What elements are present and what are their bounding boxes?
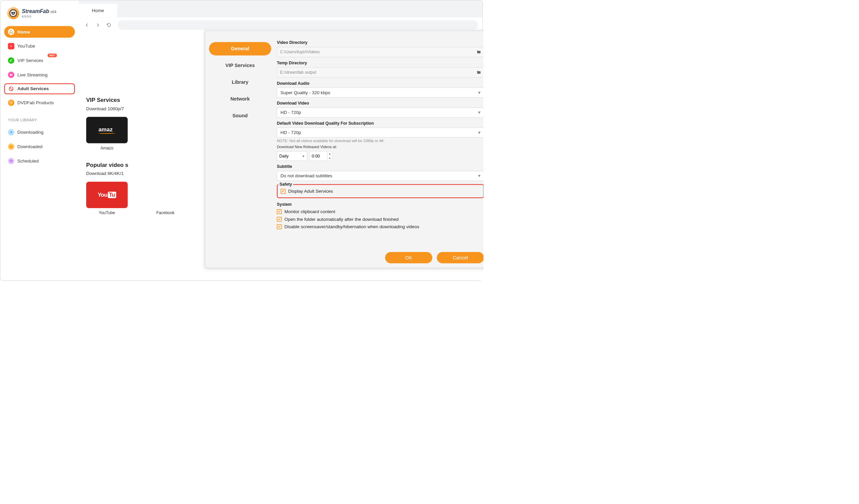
chevron-down-icon: ▾	[478, 110, 481, 115]
video-dir-input[interactable]: C:\Users\luyin\Videos	[277, 47, 483, 57]
sidebar-item-vip-services[interactable]: VIP Services HOT	[4, 55, 75, 66]
chevron-down-icon: ▾	[302, 153, 304, 158]
settings-nav-network[interactable]: Network	[209, 92, 271, 106]
svg-point-8	[10, 10, 17, 17]
brand-arch: x64	[50, 10, 56, 14]
sidebar-item-downloaded[interactable]: Downloaded	[4, 141, 75, 152]
settings-nav-vip[interactable]: VIP Services	[209, 59, 271, 72]
new-release-freq-select[interactable]: Daily▾	[277, 151, 307, 161]
quality-note: NOTE: Not all videos available for downl…	[277, 138, 483, 143]
back-button[interactable]	[83, 21, 91, 29]
dialog-footer: OK Cancel	[385, 252, 483, 263]
adult-block-icon	[8, 86, 14, 92]
sidebar-item-label: VIP Services	[17, 58, 43, 63]
service-card-amazon[interactable]: amaz Amazo	[86, 117, 128, 151]
camera-icon	[8, 72, 14, 78]
sidebar-item-scheduled[interactable]: Scheduled	[4, 155, 75, 167]
youtube-icon	[8, 43, 14, 49]
subtitle-label: Subtitle	[277, 164, 483, 169]
sidebar-item-dvdfab[interactable]: DVDFab Products	[4, 97, 75, 109]
cancel-button[interactable]: Cancel	[437, 252, 483, 263]
temp-dir-label: Temp Directory	[277, 61, 483, 66]
safety-group-label: Safety	[278, 182, 293, 187]
hot-badge: HOT	[48, 54, 57, 57]
sidebar-item-downloading[interactable]: Downloading	[4, 126, 75, 138]
temp-dir-input[interactable]: E:/streamfab output	[277, 67, 483, 77]
disable-screensaver-checkbox[interactable]: ✔Disable screensaver/standby/hibernation…	[277, 224, 483, 230]
settings-nav-general[interactable]: General	[209, 42, 271, 55]
brand-version: 6.0.0.0	[22, 15, 56, 18]
new-release-time-input[interactable]: 0:00 ▲▼	[310, 151, 333, 161]
downloaded-icon	[8, 143, 14, 150]
chevron-down-icon: ▾	[478, 90, 481, 95]
key-icon	[8, 57, 14, 64]
safety-group: Safety ✔ Display Adult Services	[277, 184, 483, 198]
svg-point-11	[10, 60, 11, 62]
checkbox-checked-icon: ✔	[281, 189, 286, 194]
download-audio-select[interactable]: Super Quality - 320 kbps▾	[277, 88, 483, 97]
default-quality-label: Default Video Download Quality For Subsc…	[277, 121, 483, 126]
site-card-facebook[interactable]: Facebook	[133, 182, 197, 215]
download-audio-label: Download Audio	[277, 81, 483, 86]
reload-button[interactable]	[105, 21, 112, 29]
ok-button[interactable]: OK	[385, 252, 433, 263]
subtitle-select[interactable]: Do not download subtitles▾	[277, 171, 483, 181]
settings-nav-sound[interactable]: Sound	[209, 109, 271, 123]
folder-icon[interactable]	[477, 70, 481, 76]
settings-dialog: ✕ General VIP Services Library Network S…	[205, 30, 483, 268]
folder-icon[interactable]	[477, 50, 481, 56]
amazon-logo-icon: amaz	[86, 117, 128, 143]
settings-body: Video Directory C:\Users\luyin\Videos Te…	[275, 31, 483, 268]
card-label: Amazo	[86, 146, 128, 151]
site-card-youtube[interactable]: YouTu YouTube	[86, 182, 128, 215]
spinner-down-icon[interactable]: ▼	[328, 156, 332, 161]
sidebar-item-label: Downloading	[17, 130, 44, 135]
video-dir-label: Video Directory	[277, 40, 483, 45]
library-section-label: YOUR LIBRARY	[0, 112, 78, 125]
svg-point-16	[11, 102, 12, 103]
scheduled-icon	[8, 158, 14, 164]
settings-nav-library[interactable]: Library	[209, 76, 271, 89]
sidebar-item-label: DVDFab Products	[17, 100, 54, 106]
chevron-down-icon: ▾	[478, 173, 481, 179]
main: Home Paste URL VIP Services Edit View Al…	[79, 0, 482, 280]
monitor-clipboard-checkbox[interactable]: ✔Monitor clipboard content	[277, 209, 483, 214]
home-icon	[8, 29, 14, 35]
new-release-label: Download New Released Videos at:	[277, 145, 483, 149]
card-label: YouTube	[86, 211, 128, 215]
tab-home[interactable]: Home	[79, 4, 117, 17]
svg-rect-17	[10, 160, 12, 162]
youtube-logo-icon: YouTu	[86, 182, 128, 208]
forward-button[interactable]	[94, 21, 102, 29]
library-nav: Downloading Downloaded Scheduled	[0, 125, 78, 171]
display-adult-checkbox[interactable]: ✔ Display Adult Services	[281, 189, 480, 194]
sidebar-item-label: YouTube	[17, 44, 35, 49]
svg-line-14	[10, 87, 13, 90]
sidebar-item-adult-services[interactable]: Adult Services	[4, 83, 75, 94]
checkbox-checked-icon: ✔	[277, 209, 282, 214]
dvdfab-icon	[8, 100, 14, 106]
time-spinner[interactable]: ▲▼	[327, 151, 332, 161]
svg-point-10	[14, 12, 15, 13]
sidebar-item-label: Downloaded	[17, 144, 43, 150]
chevron-down-icon: ▾	[478, 130, 481, 135]
spinner-up-icon[interactable]: ▲	[328, 151, 332, 156]
brand: StreamFabx64 6.0.0.0	[0, 5, 78, 25]
svg-point-15	[10, 101, 12, 104]
sidebar-item-home[interactable]: Home	[4, 26, 75, 38]
open-folder-checkbox[interactable]: ✔Open the folder automatically after the…	[277, 216, 483, 222]
sidebar-item-youtube[interactable]: YouTube	[4, 40, 75, 52]
download-video-select[interactable]: HD - 720p▾	[277, 108, 483, 117]
default-quality-select[interactable]: HD - 720p▾	[277, 128, 483, 137]
sidebar-item-label: Scheduled	[17, 158, 39, 164]
nav: Home YouTube VIP Services HOT Live Strea…	[0, 25, 78, 112]
checkbox-checked-icon: ✔	[277, 224, 282, 229]
brand-name: StreamFab	[22, 9, 49, 14]
sidebar-item-label: Adult Services	[17, 86, 49, 91]
sidebar-item-live-streaming[interactable]: Live Streaming	[4, 69, 75, 81]
sidebar-item-label: Home	[17, 29, 30, 34]
tabbar: Home	[79, 0, 482, 17]
app-logo-icon	[7, 7, 19, 19]
url-input[interactable]	[118, 20, 478, 30]
system-group-label: System	[277, 202, 483, 207]
